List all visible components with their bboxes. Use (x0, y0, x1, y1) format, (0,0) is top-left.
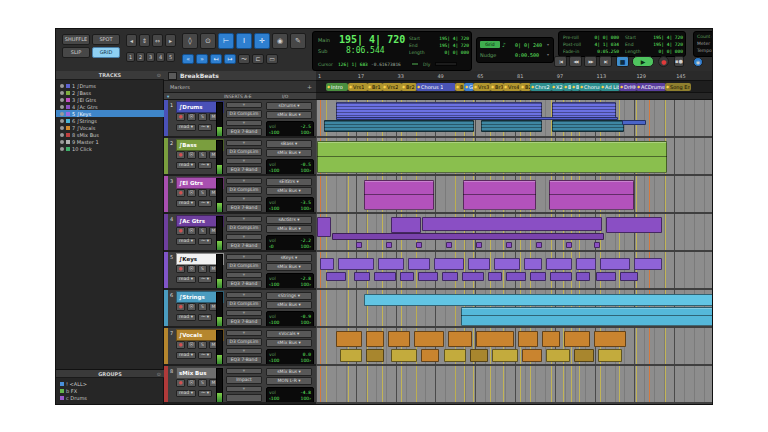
roll-row[interactable]: Post-roll4| 1| 034 (563, 41, 619, 48)
audio-clip[interactable] (594, 242, 600, 248)
mode-button-shuffle[interactable]: SHUFFLE (62, 34, 90, 45)
marker-tag[interactable]: ◆Chorus 1 (416, 83, 456, 91)
insert-slot-d[interactable]: EQ3 7-Band (226, 356, 262, 364)
insert-slot-b[interactable]: D3 CompLim (226, 110, 262, 118)
solo-button[interactable]: S (198, 379, 207, 387)
audio-clip[interactable] (386, 242, 392, 248)
tracks-gear-icon[interactable]: ⊙ (157, 72, 161, 78)
audio-clip[interactable] (494, 258, 520, 270)
audio-clip[interactable] (564, 331, 590, 347)
audio-clip[interactable] (324, 120, 474, 132)
sidebar-track-9[interactable]: 9 Master 1 (56, 138, 164, 145)
fast-forward-button[interactable]: ▶▶ (584, 56, 597, 67)
audio-clip[interactable] (552, 102, 616, 118)
solo-button[interactable]: S (198, 303, 207, 311)
record-enable-button[interactable]: ● (176, 379, 185, 387)
bus-path-button[interactable]: sMix Bus ▾ (266, 149, 312, 157)
track-show-icon[interactable] (60, 84, 64, 88)
zoom-preset-3[interactable]: 3 (146, 52, 155, 62)
track-show-icon[interactable] (60, 140, 64, 144)
marker-tag[interactable]: ◆Vrs2 (382, 83, 402, 91)
record-button[interactable]: ● (658, 56, 669, 67)
audio-clip[interactable] (391, 349, 417, 362)
audio-clip[interactable] (366, 331, 384, 347)
audio-clip[interactable] (340, 349, 362, 362)
insert-slot-b[interactable]: D3 CompLim (226, 224, 262, 232)
io-column-header[interactable]: I/O (282, 94, 288, 99)
audio-clip[interactable] (408, 258, 430, 270)
output-path-button[interactable]: sMix Bus ▾ (266, 368, 312, 376)
audio-clip[interactable] (422, 217, 602, 231)
insert-slot-c[interactable]: ▾ (226, 196, 262, 202)
insert-slot-c[interactable]: ▾ (226, 272, 262, 278)
insert-slot-d[interactable]: EQ3 7-Band (226, 128, 262, 136)
audio-clip[interactable] (566, 242, 572, 248)
audio-clip[interactable] (524, 258, 542, 270)
volume-pan-readout[interactable]: vol-4.8‹100100› (266, 387, 314, 404)
automation-mode-button[interactable]: read ▾ (176, 390, 196, 397)
selector-tool-icon[interactable]: I (236, 33, 252, 49)
bus-path-button[interactable]: sMix Bus ▾ (266, 225, 312, 233)
insert-slot-c[interactable]: ▾ (226, 120, 262, 126)
link-track-icon[interactable]: ⊏ (252, 54, 264, 64)
audio-clip[interactable] (414, 331, 444, 347)
audio-clip[interactable] (320, 258, 334, 270)
online-sync-button[interactable]: ◉ (693, 57, 703, 67)
audio-clip[interactable] (421, 349, 439, 362)
marker-tag[interactable]: ◆Chorus3 (579, 83, 601, 91)
solo-button[interactable]: S (198, 341, 207, 349)
audio-clip[interactable] (470, 349, 488, 362)
audio-clip[interactable] (552, 120, 624, 132)
grid-dropdown-icon[interactable]: ▾ (547, 42, 549, 47)
bus-path-button[interactable]: sMix Bus ▾ (266, 339, 312, 347)
output-path-button[interactable]: sDrums ▾ (266, 102, 312, 110)
marker-tag[interactable]: ◆DrHHF (619, 83, 637, 91)
audio-clip[interactable] (418, 272, 438, 281)
bars-ruler[interactable]: 1173349658197113129145 (316, 71, 713, 81)
audio-clip[interactable] (400, 272, 414, 281)
volume-pan-readout[interactable]: vol-0.9‹100100› (266, 311, 314, 328)
insert-slot-c[interactable]: ▾ (226, 386, 262, 392)
insert-slot-d[interactable]: EQ3 7-Band (226, 318, 262, 326)
insert-slot-a[interactable]: ▾ (226, 216, 262, 222)
mode-button-slip[interactable]: SLIP (62, 47, 90, 58)
solo-button[interactable]: S (198, 151, 207, 159)
track-show-icon[interactable] (60, 105, 64, 109)
audio-clip[interactable] (448, 331, 472, 347)
audio-clip[interactable] (518, 331, 538, 347)
audio-clip[interactable] (391, 217, 421, 233)
audio-clip[interactable] (326, 272, 346, 281)
zoom-tool-icon[interactable]: ◊ (182, 33, 198, 49)
rewind-button[interactable]: ◀◀ (569, 56, 582, 67)
insert-slot-c[interactable]: ▾ (226, 348, 262, 354)
record-enable-button[interactable]: ● (176, 341, 185, 349)
input-monitor-button[interactable]: ▪● (674, 56, 684, 67)
audio-clip[interactable] (550, 272, 572, 281)
insert-slot-c[interactable]: ▾ (226, 310, 262, 316)
bus-path-button[interactable]: sMix Bus ▾ (266, 187, 312, 195)
automation-mode-button[interactable]: read ▾ (176, 276, 196, 283)
zoom-horizontal-icon[interactable]: ⇔ (152, 34, 163, 47)
marker-tag[interactable]: ◆ACDrumsOut (636, 83, 666, 91)
mode-button-grid[interactable]: GRID (92, 47, 120, 58)
record-enable-button[interactable]: ● (176, 303, 185, 311)
audio-clip[interactable] (576, 258, 596, 270)
audio-clip[interactable] (598, 349, 622, 362)
audio-clip[interactable] (522, 349, 542, 362)
insert-slot-b[interactable]: D3 CompLim (226, 262, 262, 270)
track-view-dropdown-icon[interactable]: ▾ (167, 94, 169, 99)
insert-slot-a[interactable]: ▾ (226, 140, 262, 146)
automation-mode-button[interactable]: read ▾ (176, 162, 196, 169)
audio-clip[interactable] (317, 217, 331, 237)
audio-clip[interactable] (488, 272, 502, 281)
link-timeline-icon[interactable]: 〜 (238, 54, 250, 64)
marker-tag[interactable]: ◆Song End (665, 83, 691, 91)
track-show-icon[interactable] (60, 147, 64, 151)
track-view-button[interactable]: 〜 ▾ (198, 162, 212, 169)
zoom-preset-4[interactable]: 4 (156, 52, 165, 62)
tracks-panel-header[interactable]: TRACKS ⊙ (56, 71, 164, 80)
audio-clip[interactable] (364, 180, 434, 210)
solo-button[interactable]: S (198, 113, 207, 121)
audio-clip[interactable] (574, 349, 594, 362)
volume-pan-readout[interactable]: vol-3.5‹100100› (266, 197, 314, 214)
